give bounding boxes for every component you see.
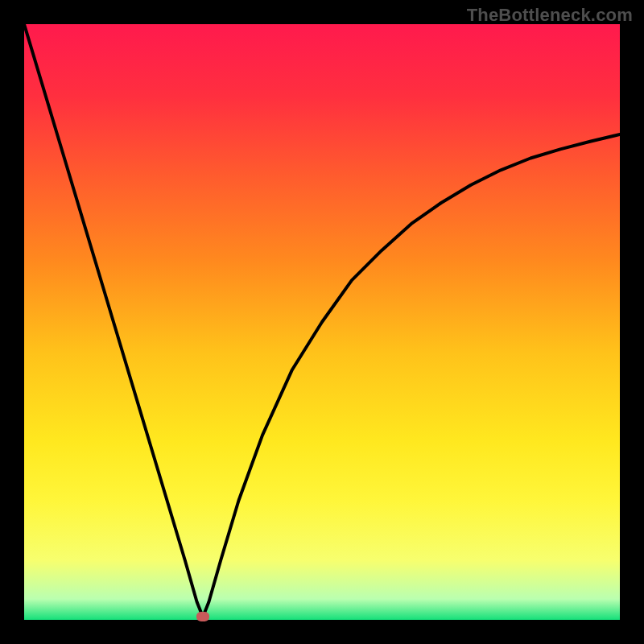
bottleneck-curve — [24, 24, 620, 617]
watermark-text: TheBottleneck.com — [467, 5, 633, 26]
chart-stage: TheBottleneck.com — [0, 0, 644, 644]
curve-layer — [24, 24, 620, 620]
minimum-marker — [196, 612, 209, 621]
plot-area — [24, 24, 620, 620]
